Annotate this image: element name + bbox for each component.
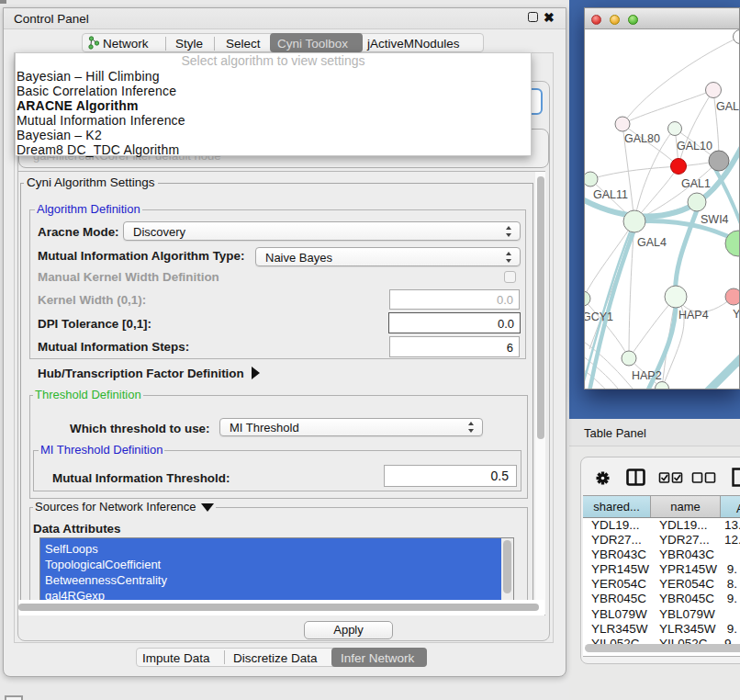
svg-text:HAP4: HAP4 (678, 309, 709, 322)
svg-text:Y: Y (733, 308, 739, 321)
svg-text:GAL4: GAL4 (637, 236, 667, 249)
svg-text:GAL: GAL (716, 100, 739, 113)
svg-text:GAL80: GAL80 (624, 132, 660, 145)
svg-text:GAL11: GAL11 (593, 188, 628, 201)
svg-text:GCY1: GCY1 (585, 310, 613, 323)
svg-text:GAL1: GAL1 (681, 177, 711, 190)
svg-text:SWI4: SWI4 (701, 213, 729, 226)
svg-text:HAP2: HAP2 (632, 369, 662, 382)
svg-text:GAL10: GAL10 (677, 140, 712, 152)
